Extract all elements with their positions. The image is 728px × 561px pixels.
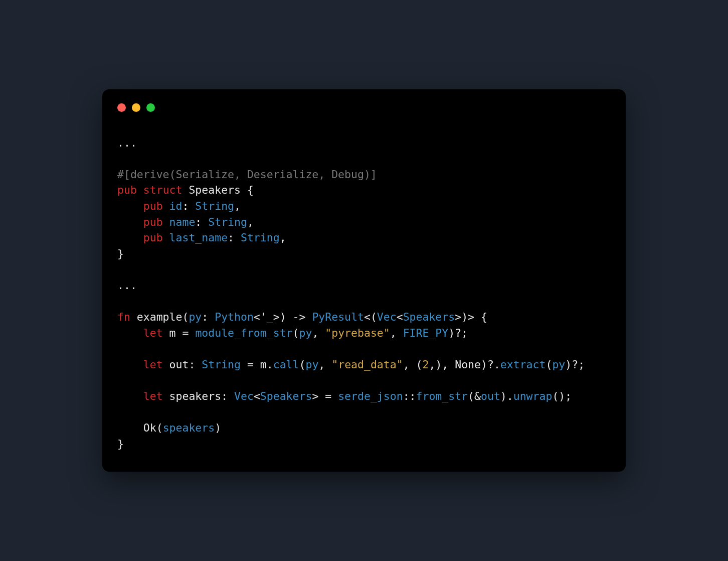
arg-py: py bbox=[305, 358, 318, 371]
fn-unwrap: unwrap bbox=[513, 390, 553, 402]
kw-pub: pub bbox=[143, 200, 163, 212]
kw-pub: pub bbox=[143, 231, 163, 244]
var-m: m bbox=[260, 358, 267, 371]
str-pyrebase: "pyrebase" bbox=[325, 327, 390, 339]
brace: } bbox=[117, 247, 124, 260]
kw-let: let bbox=[143, 390, 163, 402]
fn-call: call bbox=[273, 358, 299, 371]
kw-struct: struct bbox=[143, 184, 183, 196]
type-speakers: Speakers bbox=[403, 311, 455, 323]
code-block: ... #[derive(Serialize, Deserialize, Deb… bbox=[117, 135, 611, 452]
type-string: String bbox=[195, 200, 234, 212]
arg-py: py bbox=[552, 358, 565, 371]
type-speakers: Speakers bbox=[260, 390, 312, 402]
arrow: -> bbox=[286, 311, 312, 323]
type-vec: Vec bbox=[377, 311, 397, 323]
derive-attribute: #[derive(Serialize, Deserialize, Debug)] bbox=[117, 168, 377, 181]
kw-let: let bbox=[143, 327, 163, 339]
type-python: Python bbox=[215, 311, 254, 323]
minimize-icon[interactable] bbox=[132, 103, 140, 112]
brace: { bbox=[241, 184, 254, 196]
arg-py: py bbox=[299, 327, 312, 339]
close-icon[interactable] bbox=[117, 103, 126, 112]
kw-fn: fn bbox=[117, 311, 130, 323]
field-id: id bbox=[169, 200, 183, 212]
kw-let: let bbox=[143, 358, 163, 371]
ok: Ok bbox=[143, 422, 156, 434]
mod-serde-json: serde_json bbox=[338, 390, 403, 402]
var-speakers: speakers bbox=[169, 390, 222, 402]
var-out: out bbox=[481, 390, 500, 402]
const-fire-py: FIRE_PY bbox=[403, 327, 449, 339]
none: None bbox=[455, 358, 481, 371]
fn-name: example bbox=[137, 311, 183, 323]
kw-pub: pub bbox=[117, 184, 137, 196]
code-window: ... #[derive(Serialize, Deserialize, Deb… bbox=[102, 89, 626, 472]
window-controls bbox=[117, 103, 611, 112]
type-string: String bbox=[208, 216, 247, 228]
type-string: String bbox=[202, 358, 241, 371]
fn-extract: extract bbox=[500, 358, 546, 371]
zoom-icon[interactable] bbox=[146, 103, 155, 112]
num-2: 2 bbox=[422, 358, 429, 371]
var-speakers: speakers bbox=[163, 422, 215, 434]
str-read-data: "read_data" bbox=[331, 358, 403, 371]
type-vec: Vec bbox=[234, 390, 254, 402]
param-py: py bbox=[189, 311, 202, 323]
var-m: m bbox=[169, 327, 176, 339]
code-line: ... bbox=[117, 279, 137, 292]
brace: } bbox=[117, 438, 124, 450]
var-out: out bbox=[169, 358, 189, 371]
fn-from-str: from_str bbox=[416, 390, 468, 402]
generic: <'_> bbox=[254, 311, 280, 323]
type-pyresult: PyResult bbox=[312, 311, 364, 323]
fn-module-from-str: module_from_str bbox=[195, 327, 292, 339]
type-string: String bbox=[241, 231, 280, 244]
field-last-name: last_name bbox=[169, 231, 228, 244]
field-name: name bbox=[169, 216, 196, 228]
code-line: ... bbox=[117, 136, 137, 149]
kw-pub: pub bbox=[143, 216, 163, 228]
struct-name: Speakers bbox=[189, 184, 241, 196]
